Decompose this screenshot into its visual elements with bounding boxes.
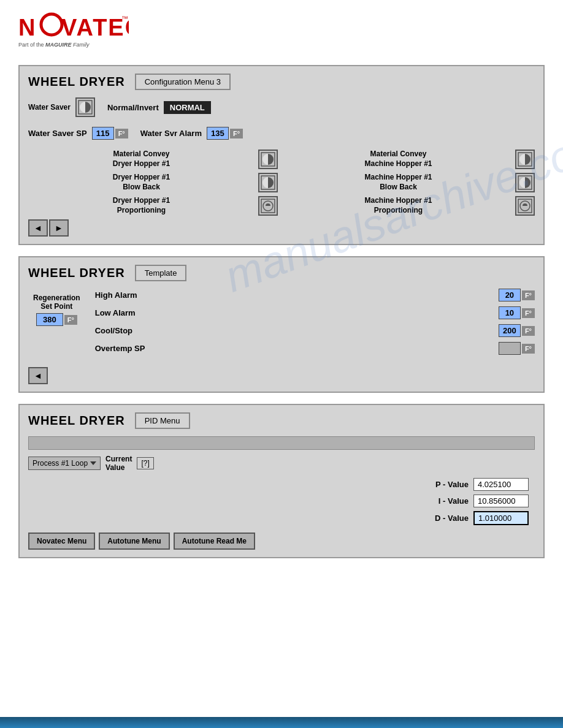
overtemp-sp-row: Overtemp SP F°: [95, 342, 535, 355]
alarm-grid: High Alarm 20 F° Low Alarm 10 F° Cool/St…: [95, 289, 535, 355]
template-nav-arrows: ◄: [28, 367, 535, 384]
p-value-row: P - Value: [28, 478, 535, 491]
low-alarm-unit: F°: [522, 308, 535, 318]
material-convey-dryer-toggle[interactable]: [258, 150, 278, 169]
machine-hopper-blowback-toggle[interactable]: [515, 173, 535, 192]
template-menu-button[interactable]: Template: [135, 265, 187, 281]
i-value-input[interactable]: [473, 495, 529, 507]
current-value-label: CurrentValue: [105, 455, 132, 472]
i-value-row: I - Value: [28, 495, 535, 507]
p-value-input[interactable]: [473, 478, 529, 491]
config-menu-button[interactable]: Configuration Menu 3: [135, 74, 231, 90]
regen-block: RegenerationSet Point 380 F°: [28, 289, 85, 331]
regen-value[interactable]: 380: [36, 313, 63, 326]
process-loop-label: Process #1 Loop: [33, 459, 88, 468]
template-panel-header: WHEEL DRYER Template: [28, 265, 535, 281]
material-convey-dryer-label: Material ConveyDryer Hopper #1: [28, 150, 255, 169]
config-panel-header: WHEEL DRYER Configuration Menu 3: [28, 74, 535, 90]
config-prev-button[interactable]: ◄: [28, 219, 48, 237]
pid-selector-row: Process #1 Loop CurrentValue [?]: [28, 455, 535, 472]
dryer-hopper-blowback-label: Dryer Hopper #1Blow Back: [28, 173, 255, 192]
novatec-logo: N VATEC ™: [18, 11, 129, 40]
template-panel: WHEEL DRYER Template RegenerationSet Poi…: [18, 256, 545, 393]
cool-stop-value[interactable]: 200: [499, 324, 521, 337]
overtemp-sp-input-group: F°: [499, 342, 535, 355]
dryer-hopper-blowback-toggle[interactable]: [258, 173, 278, 192]
cool-stop-input-group: 200 F°: [499, 324, 535, 337]
water-svr-alarm-row: Water Svr Alarm 135 F°: [140, 127, 243, 140]
config-row-3-left: Dryer Hopper #1Proportioning: [28, 196, 278, 216]
high-alarm-value[interactable]: 20: [499, 289, 521, 301]
config-menu-3-panel: WHEEL DRYER Configuration Menu 3 Water S…: [18, 65, 545, 245]
logo-area: N VATEC ™ Part of the MAGUIRE Family: [0, 0, 563, 54]
p-value-label: P - Value: [432, 480, 469, 489]
high-alarm-label: High Alarm: [95, 290, 150, 300]
logo-box: N VATEC ™ Part of the MAGUIRE Family: [18, 11, 129, 48]
regen-label: RegenerationSet Point: [33, 294, 80, 311]
process-loop-dropdown[interactable]: Process #1 Loop: [28, 457, 101, 470]
config-row-2-right: Machine Hopper #1Blow Back: [285, 173, 535, 192]
config-panel-title: WHEEL DRYER: [28, 75, 125, 89]
dryer-hopper-prop-toggle[interactable]: [258, 196, 278, 216]
material-convey-machine-toggle[interactable]: [515, 150, 535, 169]
dropdown-arrow-icon: [90, 461, 96, 465]
config-left-col: Material ConveyDryer Hopper #1 Dryer Hop…: [28, 150, 278, 216]
normal-invert-row: Normal/Invert NORMAL: [107, 101, 211, 114]
water-saver-sp-input-group: 115 F°: [92, 127, 128, 140]
novatec-menu-button[interactable]: Novatec Menu: [28, 533, 95, 550]
water-saver-sp-unit: F°: [115, 129, 128, 138]
low-alarm-label: Low Alarm: [95, 308, 150, 317]
low-alarm-value[interactable]: 10: [499, 306, 521, 319]
config-row-3-right: Machine Hopper #1Proportioning: [285, 196, 535, 216]
water-saver-sp-value[interactable]: 115: [92, 127, 114, 140]
water-saver-row: Water Saver: [28, 97, 95, 117]
cool-stop-row: Cool/Stop 200 F°: [95, 324, 535, 337]
bottom-bar: [0, 717, 563, 728]
water-svr-alarm-unit: F°: [230, 129, 243, 138]
config-row-1-right: Material ConveyMachine Hopper #1: [285, 150, 535, 169]
svg-text:™: ™: [121, 15, 128, 22]
water-saver-toggle[interactable]: [75, 97, 95, 117]
water-saver-label: Water Saver: [28, 103, 71, 112]
water-svr-alarm-value[interactable]: 135: [207, 127, 229, 140]
question-button[interactable]: [?]: [137, 457, 153, 469]
pid-top-bar: [28, 436, 535, 450]
template-panel-title: WHEEL DRYER: [28, 266, 125, 280]
water-svr-alarm-label: Water Svr Alarm: [140, 129, 202, 138]
normal-badge: NORMAL: [164, 101, 211, 114]
high-alarm-unit: F°: [522, 290, 535, 300]
pid-bottom-buttons: Novatec Menu Autotune Menu Autotune Read…: [28, 533, 535, 550]
water-saver-sp-row: Water Saver SP 115 F°: [28, 127, 128, 140]
regen-input-row: 380 F°: [36, 313, 77, 326]
d-value-input[interactable]: [473, 511, 529, 525]
pid-panel-title: WHEEL DRYER: [28, 414, 125, 428]
autotune-menu-button[interactable]: Autotune Menu: [99, 533, 169, 550]
machine-hopper-blowback-label: Machine Hopper #1Blow Back: [285, 173, 511, 192]
machine-hopper-prop-label: Machine Hopper #1Proportioning: [285, 196, 511, 215]
low-alarm-input-group: 10 F°: [499, 306, 535, 319]
autotune-read-me-button[interactable]: Autotune Read Me: [174, 533, 255, 550]
config-nav-arrows: ◄ ►: [28, 219, 535, 237]
machine-hopper-prop-toggle[interactable]: [515, 196, 535, 216]
d-value-label: D - Value: [432, 514, 469, 523]
low-alarm-row: Low Alarm 10 F°: [95, 306, 535, 319]
d-value-row: D - Value: [28, 511, 535, 525]
normal-invert-label: Normal/Invert: [107, 103, 159, 112]
config-row-1-left: Material ConveyDryer Hopper #1: [28, 150, 278, 169]
config-right-col: Material ConveyMachine Hopper #1 Machine…: [285, 150, 535, 216]
svg-text:N: N: [18, 15, 36, 40]
config-next-button[interactable]: ►: [49, 219, 69, 237]
high-alarm-input-group: 20 F°: [499, 289, 535, 301]
material-convey-machine-label: Material ConveyMachine Hopper #1: [285, 150, 511, 169]
cool-stop-unit: F°: [522, 326, 535, 336]
config-toggle-rows: Material ConveyDryer Hopper #1 Dryer Hop…: [28, 150, 535, 216]
cool-stop-label: Cool/Stop: [95, 326, 150, 335]
pid-menu-panel: WHEEL DRYER PID Menu Process #1 Loop Cur…: [18, 404, 545, 558]
overtemp-sp-label: Overtemp SP: [95, 344, 150, 353]
overtemp-sp-unit: F°: [522, 344, 535, 354]
svg-point-1: [41, 14, 62, 35]
pid-menu-button[interactable]: PID Menu: [135, 412, 190, 429]
template-prev-button[interactable]: ◄: [28, 367, 48, 384]
overtemp-sp-value[interactable]: [499, 342, 521, 355]
water-saver-sp-label: Water Saver SP: [28, 129, 87, 138]
